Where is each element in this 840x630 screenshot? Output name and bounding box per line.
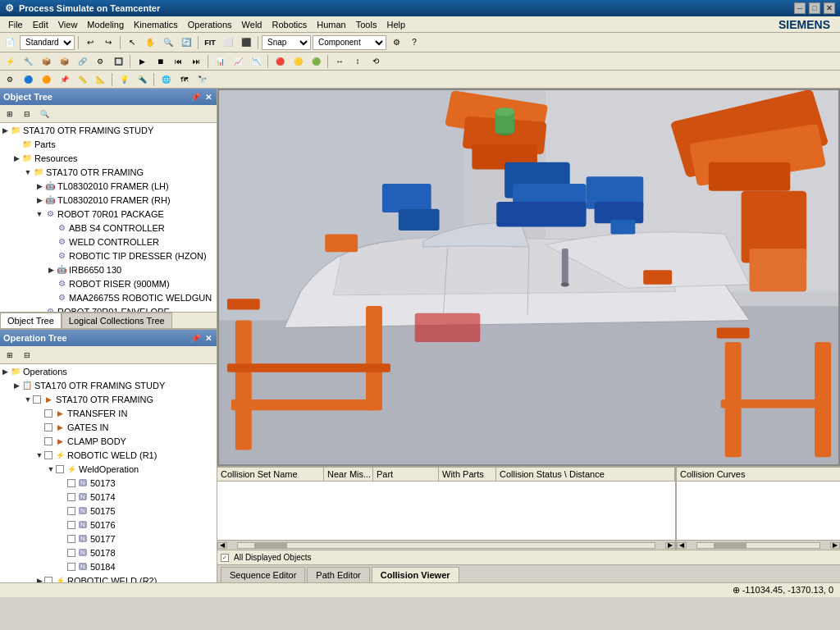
op-expand-5[interactable] xyxy=(34,436,44,446)
tree-expand-all[interactable]: ⊞ xyxy=(2,106,18,122)
tab-path-editor[interactable]: Path Editor xyxy=(307,567,369,582)
tb2-btn-19[interactable]: ↕ xyxy=(349,53,366,70)
menu-modeling[interactable]: Modeling xyxy=(82,18,129,31)
tb2-btn-7[interactable]: 🔲 xyxy=(110,53,126,70)
object-tree-item-10[interactable]: ▶ 🤖 IRB6650 130 xyxy=(0,262,217,276)
object-tree-item-0[interactable]: ▶ 📁 STA170 OTR FRAMING STUDY xyxy=(0,123,217,137)
op-checkbox-13[interactable] xyxy=(67,549,75,557)
tree-expand-4[interactable]: ▶ xyxy=(34,181,44,191)
tb2-btn-8[interactable]: ▶ xyxy=(134,53,150,70)
object-tree-item-12[interactable]: ⚙ MAA26675S ROBOTIC WELDGUN xyxy=(0,290,217,304)
tb3-btn-2[interactable]: 🔵 xyxy=(20,71,36,88)
tb3-btn-9[interactable]: 🌐 xyxy=(158,71,174,88)
op-tree-item-14[interactable]: N 50184 xyxy=(0,559,217,573)
tb2-btn-5[interactable]: 🔗 xyxy=(74,53,90,70)
restore-button[interactable]: □ xyxy=(809,2,820,14)
tb3-btn-4[interactable]: 📌 xyxy=(56,71,72,88)
new-button[interactable]: 📄 xyxy=(2,34,18,51)
op-expand-15[interactable]: ▶ xyxy=(34,576,44,583)
object-tree-item-4[interactable]: ▶ 🤖 TL08302010 FRAMER (LH) xyxy=(0,179,217,193)
tb2-btn-1[interactable]: ⚡ xyxy=(2,53,18,70)
object-tree-item-6[interactable]: ▼ ⚙ ROBOT 70R01 PACKAGE xyxy=(0,207,217,221)
op-tree-item-10[interactable]: N 50175 xyxy=(0,504,217,518)
op-tree-item-4[interactable]: ▶ GATES IN xyxy=(0,420,217,434)
collision-table-scroll[interactable]: ◀ ▶ xyxy=(217,540,675,550)
view-btn-1[interactable]: ⬜ xyxy=(220,34,236,51)
op-tree-item-5[interactable]: ▶ CLAMP BODY xyxy=(0,434,217,448)
tree-filter[interactable]: 🔍 xyxy=(36,106,52,122)
operation-tree-pin[interactable]: 📌 xyxy=(189,334,202,343)
op-checkbox-4[interactable] xyxy=(44,423,52,431)
tree-expand-11[interactable] xyxy=(46,279,56,289)
op-tree-item-13[interactable]: N 50178 xyxy=(0,546,217,559)
op-expand-9[interactable] xyxy=(57,492,67,502)
op-expand-1[interactable]: ▶ xyxy=(11,381,21,390)
tb2-btn-3[interactable]: 📦 xyxy=(38,53,54,70)
snap-select[interactable]: Snap xyxy=(262,35,311,50)
op-tree-expand[interactable]: ⊞ xyxy=(2,347,18,363)
op-checkbox-10[interactable] xyxy=(67,507,75,515)
tb2-btn-2[interactable]: 🔧 xyxy=(20,53,36,70)
op-tree-item-3[interactable]: ▶ TRANSFER IN xyxy=(0,406,217,420)
tb2-btn-15[interactable]: 🔴 xyxy=(272,53,288,70)
tab-sequence-editor[interactable]: Sequence Editor xyxy=(221,567,305,582)
op-checkbox-5[interactable] xyxy=(44,437,52,445)
curves-scroll-left[interactable]: ◀ xyxy=(677,542,687,549)
tree-expand-10[interactable]: ▶ xyxy=(46,265,56,275)
op-expand-6[interactable]: ▼ xyxy=(34,450,44,460)
menu-operations[interactable]: Operations xyxy=(183,18,237,31)
tree-expand-2[interactable]: ▶ xyxy=(11,153,21,163)
op-tree-item-1[interactable]: ▶ 📋 STA170 OTR FRAMING STUDY xyxy=(0,378,217,392)
op-expand-13[interactable] xyxy=(57,548,67,558)
rotate-button[interactable]: 🔄 xyxy=(178,34,194,51)
op-tree-item-12[interactable]: N 50177 xyxy=(0,532,217,546)
op-checkbox-9[interactable] xyxy=(67,493,75,501)
tree-expand-6[interactable]: ▼ xyxy=(34,209,44,219)
tb3-btn-11[interactable]: 🔭 xyxy=(194,71,210,88)
op-checkbox-2[interactable] xyxy=(33,395,41,404)
object-tree-item-3[interactable]: ▼ 📁 STA170 OTR FRAMING xyxy=(0,165,217,179)
op-tree-item-15[interactable]: ▶ ⚡ ROBOTIC WELD (R2) xyxy=(0,573,217,582)
tab-collision-viewer[interactable]: Collision Viewer xyxy=(372,567,459,582)
tab-logical-collections[interactable]: Logical Collections Tree xyxy=(62,313,172,328)
op-checkbox-14[interactable] xyxy=(67,563,75,571)
tb2-btn-14[interactable]: 📉 xyxy=(248,53,264,70)
curves-scroll-thumb[interactable] xyxy=(714,543,746,548)
select-button[interactable]: ↖ xyxy=(124,34,140,51)
op-checkbox-12[interactable] xyxy=(67,535,75,543)
collision-curves-body[interactable] xyxy=(677,482,840,540)
3d-viewport[interactable] xyxy=(217,89,840,466)
object-tree-item-1[interactable]: 📁 Parts xyxy=(0,137,217,151)
menu-tools[interactable]: Tools xyxy=(351,18,382,31)
curves-scroll[interactable]: ◀ ▶ xyxy=(677,540,840,550)
menu-human[interactable]: Human xyxy=(312,18,350,31)
tree-expand-8[interactable] xyxy=(46,237,56,247)
op-expand-0[interactable]: ▶ xyxy=(0,367,10,377)
tree-expand-7[interactable] xyxy=(46,223,56,233)
object-tree-item-11[interactable]: ⚙ ROBOT RISER (900MM) xyxy=(0,276,217,290)
op-expand-2[interactable]: ▼ xyxy=(23,395,33,404)
operation-tree-close[interactable]: ✕ xyxy=(203,334,213,343)
op-expand-11[interactable] xyxy=(57,520,67,530)
object-tree-item-8[interactable]: ⚙ WELD CONTROLLER xyxy=(0,235,217,249)
op-tree-item-0[interactable]: ▶ 📁 Operations xyxy=(0,364,217,378)
op-expand-7[interactable]: ▼ xyxy=(46,464,56,474)
op-expand-10[interactable] xyxy=(57,506,67,516)
scroll-right-arrow[interactable]: ▶ xyxy=(665,542,675,549)
tb2-btn-10[interactable]: ⏮ xyxy=(170,53,186,70)
tb2-btn-11[interactable]: ⏭ xyxy=(188,53,204,70)
op-tree-item-7[interactable]: ▼ ⚡ WeldOperation xyxy=(0,462,217,476)
tree-expand-5[interactable]: ▶ xyxy=(34,195,44,205)
tree-expand-12[interactable] xyxy=(46,293,56,303)
redo-button[interactable]: ↪ xyxy=(100,34,116,51)
op-checkbox-6[interactable] xyxy=(44,451,52,459)
tree-expand-3[interactable]: ▼ xyxy=(23,167,33,177)
tb2-btn-12[interactable]: 📊 xyxy=(212,53,228,70)
tb2-btn-20[interactable]: ⟲ xyxy=(368,53,384,70)
help-button[interactable]: ? xyxy=(406,34,422,51)
object-tree-item-2[interactable]: ▶ 📁 Resources xyxy=(0,151,217,165)
undo-button[interactable]: ↩ xyxy=(82,34,98,51)
object-tree-item-7[interactable]: ⚙ ABB S4 CONTROLLER xyxy=(0,221,217,235)
op-expand-3[interactable] xyxy=(34,409,44,418)
tb3-btn-7[interactable]: 💡 xyxy=(116,71,132,88)
